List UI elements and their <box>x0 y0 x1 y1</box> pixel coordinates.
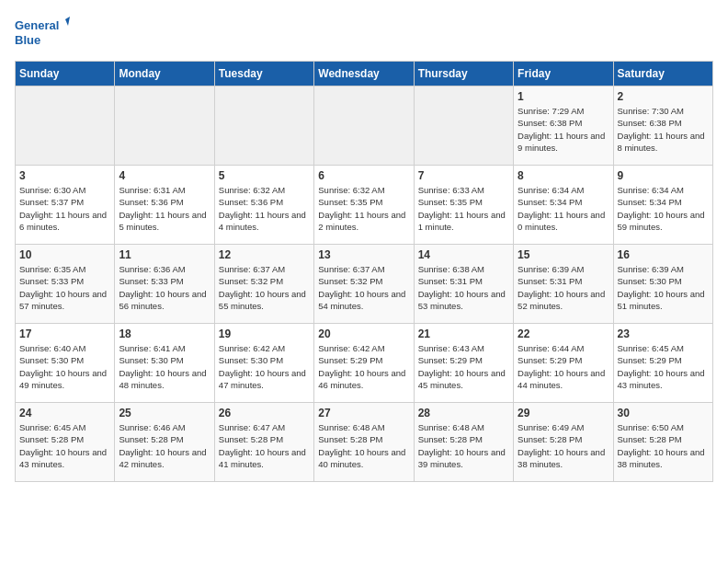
day-number: 25 <box>119 407 210 419</box>
svg-text:General: General <box>15 18 59 32</box>
day-number: 7 <box>418 169 509 182</box>
empty-cell <box>16 86 115 166</box>
calendar-cell: 23Sunrise: 6:45 AM Sunset: 5:29 PM Dayli… <box>613 324 712 403</box>
day-info: Sunrise: 6:33 AM Sunset: 5:35 PM Dayligh… <box>418 184 509 233</box>
day-number: 19 <box>219 327 310 340</box>
calendar-cell: 26Sunrise: 6:47 AM Sunset: 5:28 PM Dayli… <box>214 403 313 482</box>
day-info: Sunrise: 7:29 AM Sunset: 6:38 PM Dayligh… <box>518 105 609 154</box>
calendar-cell: 28Sunrise: 6:48 AM Sunset: 5:28 PM Dayli… <box>414 403 513 482</box>
calendar-cell: 9Sunrise: 6:34 AM Sunset: 5:34 PM Daylig… <box>613 166 712 245</box>
day-info: Sunrise: 6:30 AM Sunset: 5:37 PM Dayligh… <box>19 184 110 233</box>
day-info: Sunrise: 6:32 AM Sunset: 5:35 PM Dayligh… <box>318 184 409 233</box>
day-number: 15 <box>518 248 609 261</box>
calendar-cell: 15Sunrise: 6:39 AM Sunset: 5:31 PM Dayli… <box>514 245 613 324</box>
day-number: 8 <box>518 169 609 182</box>
day-info: Sunrise: 6:31 AM Sunset: 5:36 PM Dayligh… <box>119 184 210 233</box>
day-info: Sunrise: 6:39 AM Sunset: 5:30 PM Dayligh… <box>618 263 709 312</box>
day-number: 14 <box>418 248 509 261</box>
day-info: Sunrise: 6:42 AM Sunset: 5:30 PM Dayligh… <box>219 342 310 391</box>
day-number: 26 <box>219 407 310 419</box>
day-number: 9 <box>618 169 709 182</box>
weekday-header-sunday: Sunday <box>16 62 115 86</box>
day-info: Sunrise: 6:49 AM Sunset: 5:28 PM Dayligh… <box>518 421 609 470</box>
calendar-cell: 12Sunrise: 6:37 AM Sunset: 5:32 PM Dayli… <box>214 245 313 324</box>
day-number: 16 <box>618 248 709 261</box>
calendar-cell: 4Sunrise: 6:31 AM Sunset: 5:36 PM Daylig… <box>115 166 214 245</box>
calendar-cell: 25Sunrise: 6:46 AM Sunset: 5:28 PM Dayli… <box>115 403 214 482</box>
day-info: Sunrise: 7:30 AM Sunset: 6:38 PM Dayligh… <box>618 105 709 154</box>
day-number: 24 <box>19 407 110 419</box>
calendar-cell: 11Sunrise: 6:36 AM Sunset: 5:33 PM Dayli… <box>115 245 214 324</box>
day-info: Sunrise: 6:50 AM Sunset: 5:28 PM Dayligh… <box>618 421 709 470</box>
logo: General Blue <box>15 15 70 52</box>
svg-marker-2 <box>65 17 70 26</box>
day-info: Sunrise: 6:32 AM Sunset: 5:36 PM Dayligh… <box>219 184 310 233</box>
day-number: 11 <box>119 248 210 261</box>
day-number: 6 <box>318 169 409 182</box>
day-number: 20 <box>318 327 409 340</box>
day-number: 3 <box>19 169 110 182</box>
calendar-cell: 1Sunrise: 7:29 AM Sunset: 6:38 PM Daylig… <box>514 86 613 166</box>
calendar-cell: 2Sunrise: 7:30 AM Sunset: 6:38 PM Daylig… <box>613 86 712 166</box>
calendar-cell: 6Sunrise: 6:32 AM Sunset: 5:35 PM Daylig… <box>314 166 414 245</box>
weekday-header-monday: Monday <box>115 62 214 86</box>
day-number: 13 <box>318 248 409 261</box>
day-info: Sunrise: 6:38 AM Sunset: 5:31 PM Dayligh… <box>418 263 509 312</box>
logo-svg: General Blue <box>15 15 70 52</box>
day-info: Sunrise: 6:43 AM Sunset: 5:29 PM Dayligh… <box>418 342 509 391</box>
day-info: Sunrise: 6:39 AM Sunset: 5:31 PM Dayligh… <box>518 263 609 312</box>
calendar-cell: 7Sunrise: 6:33 AM Sunset: 5:35 PM Daylig… <box>414 166 513 245</box>
empty-cell <box>314 86 414 166</box>
calendar-cell: 18Sunrise: 6:41 AM Sunset: 5:30 PM Dayli… <box>115 324 214 403</box>
empty-cell <box>414 86 513 166</box>
calendar-cell: 20Sunrise: 6:42 AM Sunset: 5:29 PM Dayli… <box>314 324 414 403</box>
weekday-header-saturday: Saturday <box>613 62 712 86</box>
day-info: Sunrise: 6:36 AM Sunset: 5:33 PM Dayligh… <box>119 263 210 312</box>
weekday-header-friday: Friday <box>514 62 613 86</box>
day-number: 27 <box>318 407 409 419</box>
day-number: 29 <box>518 407 609 419</box>
weekday-header-thursday: Thursday <box>414 62 513 86</box>
day-number: 10 <box>19 248 110 261</box>
day-info: Sunrise: 6:45 AM Sunset: 5:29 PM Dayligh… <box>618 342 709 391</box>
calendar-cell: 29Sunrise: 6:49 AM Sunset: 5:28 PM Dayli… <box>514 403 613 482</box>
calendar-cell: 22Sunrise: 6:44 AM Sunset: 5:29 PM Dayli… <box>514 324 613 403</box>
day-number: 30 <box>618 407 709 419</box>
weekday-header-tuesday: Tuesday <box>214 62 313 86</box>
day-info: Sunrise: 6:46 AM Sunset: 5:28 PM Dayligh… <box>119 421 210 470</box>
calendar-cell: 14Sunrise: 6:38 AM Sunset: 5:31 PM Dayli… <box>414 245 513 324</box>
day-info: Sunrise: 6:37 AM Sunset: 5:32 PM Dayligh… <box>219 263 310 312</box>
empty-cell <box>214 86 313 166</box>
calendar-cell: 3Sunrise: 6:30 AM Sunset: 5:37 PM Daylig… <box>16 166 115 245</box>
calendar-table: SundayMondayTuesdayWednesdayThursdayFrid… <box>15 61 713 482</box>
svg-text:Blue: Blue <box>15 33 40 47</box>
day-info: Sunrise: 6:47 AM Sunset: 5:28 PM Dayligh… <box>219 421 310 470</box>
weekday-header-wednesday: Wednesday <box>314 62 414 86</box>
day-info: Sunrise: 6:40 AM Sunset: 5:30 PM Dayligh… <box>19 342 110 391</box>
calendar-cell: 5Sunrise: 6:32 AM Sunset: 5:36 PM Daylig… <box>214 166 313 245</box>
day-info: Sunrise: 6:45 AM Sunset: 5:28 PM Dayligh… <box>19 421 110 470</box>
calendar-cell: 13Sunrise: 6:37 AM Sunset: 5:32 PM Dayli… <box>314 245 414 324</box>
calendar-cell: 8Sunrise: 6:34 AM Sunset: 5:34 PM Daylig… <box>514 166 613 245</box>
calendar-cell: 24Sunrise: 6:45 AM Sunset: 5:28 PM Dayli… <box>16 403 115 482</box>
day-number: 18 <box>119 327 210 340</box>
day-info: Sunrise: 6:34 AM Sunset: 5:34 PM Dayligh… <box>518 184 609 233</box>
day-info: Sunrise: 6:48 AM Sunset: 5:28 PM Dayligh… <box>418 421 509 470</box>
day-number: 21 <box>418 327 509 340</box>
day-number: 22 <box>518 327 609 340</box>
day-info: Sunrise: 6:48 AM Sunset: 5:28 PM Dayligh… <box>318 421 409 470</box>
calendar-cell: 19Sunrise: 6:42 AM Sunset: 5:30 PM Dayli… <box>214 324 313 403</box>
day-info: Sunrise: 6:41 AM Sunset: 5:30 PM Dayligh… <box>119 342 210 391</box>
calendar-cell: 10Sunrise: 6:35 AM Sunset: 5:33 PM Dayli… <box>16 245 115 324</box>
day-number: 5 <box>219 169 310 182</box>
empty-cell <box>115 86 214 166</box>
day-number: 1 <box>518 90 609 103</box>
calendar-cell: 21Sunrise: 6:43 AM Sunset: 5:29 PM Dayli… <box>414 324 513 403</box>
day-number: 17 <box>19 327 110 340</box>
calendar-cell: 17Sunrise: 6:40 AM Sunset: 5:30 PM Dayli… <box>16 324 115 403</box>
day-number: 12 <box>219 248 310 261</box>
day-info: Sunrise: 6:44 AM Sunset: 5:29 PM Dayligh… <box>518 342 609 391</box>
day-info: Sunrise: 6:42 AM Sunset: 5:29 PM Dayligh… <box>318 342 409 391</box>
day-number: 4 <box>119 169 210 182</box>
day-info: Sunrise: 6:34 AM Sunset: 5:34 PM Dayligh… <box>618 184 709 233</box>
